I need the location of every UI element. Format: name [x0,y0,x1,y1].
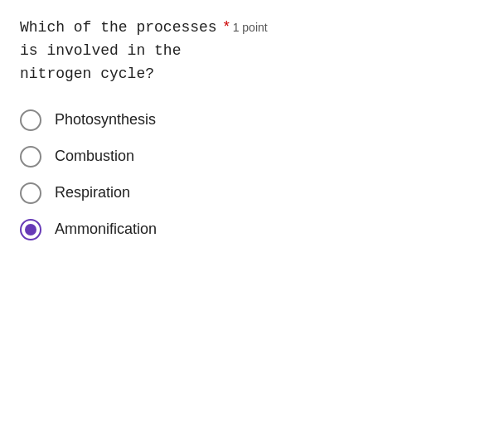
radio-combustion[interactable] [20,146,41,167]
radio-photosynthesis[interactable] [20,109,41,131]
question-header: Which of the processes is involved in th… [20,17,484,86]
option-ammonification[interactable]: Ammonification [20,219,484,240]
radio-inner-ammonification [25,224,36,235]
option-label-photosynthesis: Photosynthesis [55,111,156,129]
question-line-3: nitrogen cycle? [20,63,217,86]
radio-ammonification[interactable] [20,219,41,240]
option-label-ammonification: Ammonification [55,221,157,238]
options-container: Photosynthesis Combustion Respiration Am… [20,109,484,240]
question-text-block: Which of the processes is involved in th… [20,17,217,86]
question-container: Which of the processes is involved in th… [20,17,484,240]
question-meta: * 1 point [224,18,268,36]
point-label: 1 point [233,21,268,34]
option-label-respiration: Respiration [55,184,130,201]
option-label-combustion: Combustion [55,148,134,165]
required-star: * [224,18,230,36]
option-photosynthesis[interactable]: Photosynthesis [20,109,484,131]
question-line-1: Which of the processes [20,19,217,36]
option-respiration[interactable]: Respiration [20,182,484,204]
option-combustion[interactable]: Combustion [20,146,484,167]
question-line-2: is involved in the [20,40,217,63]
radio-respiration[interactable] [20,182,41,204]
